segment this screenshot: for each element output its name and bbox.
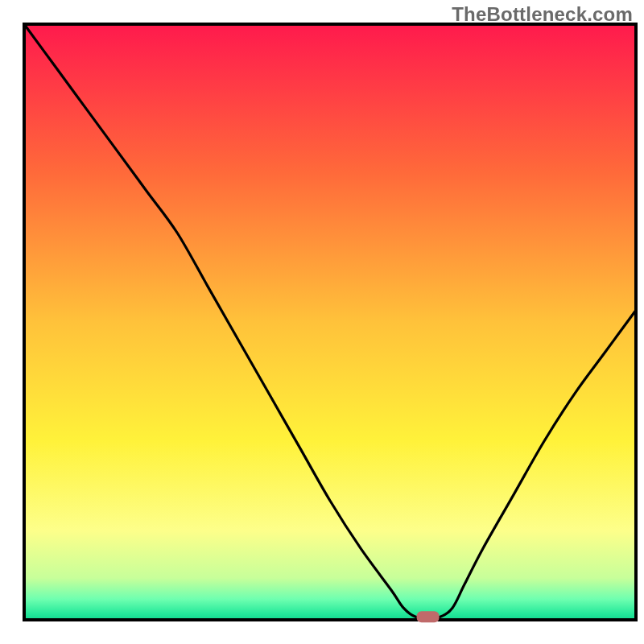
plot-background <box>24 24 636 620</box>
bottleneck-chart <box>0 0 644 644</box>
chart-container: TheBottleneck.com <box>0 0 644 644</box>
optimal-marker <box>417 611 440 622</box>
